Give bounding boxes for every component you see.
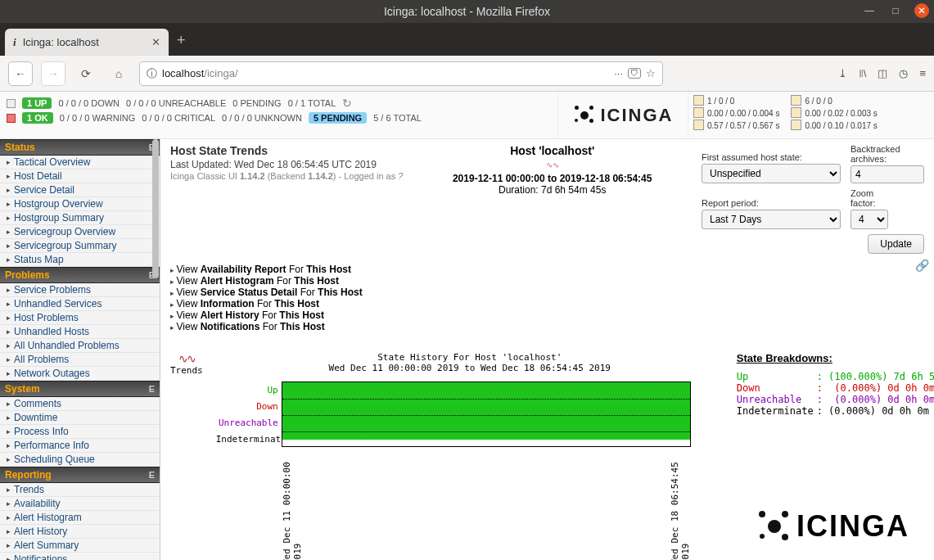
sidebar-item-all-unhandled-problems[interactable]: All Unhandled Problems bbox=[0, 339, 160, 353]
up-badge[interactable]: 1 UP bbox=[22, 97, 52, 109]
url-text: localhost/icinga/ bbox=[162, 67, 238, 79]
logo-text: ICINGA bbox=[601, 105, 674, 126]
host-heading: Host 'localhost' bbox=[403, 144, 702, 157]
sidebar-item-unhandled-services[interactable]: Unhandled Services bbox=[0, 297, 160, 311]
ok-badge[interactable]: 1 OK bbox=[22, 112, 53, 124]
icinga-app: 1 UP 0 / 0 / 0 DOWN 0 / 0 / 0 UNREACHABL… bbox=[0, 92, 934, 560]
more-icon[interactable]: ··· bbox=[614, 67, 623, 79]
sidebar-item-tactical-overview[interactable]: Tactical Overview bbox=[0, 156, 160, 169]
service-status-row: 1 OK 0 / 0 / 0 WARNING 0 / 0 / 0 CRITICA… bbox=[7, 112, 551, 124]
sidebar-item-network-outages[interactable]: Network Outages bbox=[0, 367, 160, 381]
favicon: i bbox=[13, 36, 16, 49]
tab-close-icon[interactable]: ✕ bbox=[151, 36, 160, 48]
library-icon[interactable]: ⫴\ bbox=[859, 67, 867, 80]
close-button[interactable]: ✕ bbox=[914, 3, 929, 18]
url-bar[interactable]: ⓘ localhost/icinga/ ··· ⛉ ☆ bbox=[139, 61, 663, 86]
update-button[interactable]: Update bbox=[868, 234, 924, 254]
sidebar-section-status[interactable]: StatusE bbox=[0, 139, 160, 156]
home-button[interactable]: ⌂ bbox=[106, 61, 131, 86]
view-link[interactable]: View Alert History For This Host bbox=[170, 309, 924, 321]
sidebar-item-status-map[interactable]: Status Map bbox=[0, 253, 160, 267]
back-button[interactable]: ← bbox=[8, 61, 33, 86]
sidebar-item-availability[interactable]: Availability bbox=[0, 497, 160, 511]
sidebar-scroll-thumb[interactable] bbox=[152, 139, 159, 278]
trends-glyph-label: Trends bbox=[170, 365, 203, 376]
pending-count[interactable]: 0 PENDING bbox=[232, 98, 281, 108]
forward-button[interactable]: → bbox=[41, 61, 65, 86]
time-range: 2019-12-11 00:00:00 to 2019-12-18 06:54:… bbox=[403, 173, 702, 184]
reader-icon[interactable]: ⛉ bbox=[628, 68, 641, 79]
total-hosts[interactable]: 0 / 1 TOTAL bbox=[288, 98, 336, 108]
critical-count[interactable]: 0 / 0 / 0 CRITICAL bbox=[142, 113, 215, 123]
sidebar-item-downtime[interactable]: Downtime bbox=[0, 411, 160, 425]
unknown-count[interactable]: 0 / 0 / 0 UNKNOWN bbox=[222, 113, 302, 123]
refresh-spinner-icon[interactable]: ↻ bbox=[342, 97, 352, 110]
backtrack-input[interactable] bbox=[851, 165, 924, 183]
sidebar-item-service-problems[interactable]: Service Problems bbox=[0, 283, 160, 297]
breakdown-title: State Breakdowns: bbox=[737, 352, 934, 364]
permalink-icon[interactable]: 🔗 bbox=[915, 259, 929, 272]
view-link[interactable]: View Availability Report For This Host bbox=[170, 264, 924, 275]
warning-count[interactable]: 0 / 0 / 0 WARNING bbox=[60, 113, 136, 123]
sidebar-item-hostgroup-summary[interactable]: Hostgroup Summary bbox=[0, 211, 160, 225]
trends-squiggle-icon: ∿∿ bbox=[403, 160, 702, 169]
period-select[interactable]: Last 7 Days bbox=[702, 210, 841, 229]
assumed-state-select[interactable]: Unspecified bbox=[702, 164, 841, 183]
reload-button[interactable]: ⟳ bbox=[74, 61, 98, 86]
view-link[interactable]: View Alert Histogram For This Host bbox=[170, 275, 924, 287]
bookmark-star-icon[interactable]: ☆ bbox=[646, 67, 656, 79]
minimize-button[interactable]: — bbox=[862, 3, 877, 18]
downloads-icon[interactable]: ⤓ bbox=[838, 67, 847, 79]
sidebar-item-trends[interactable]: Trends bbox=[0, 483, 160, 497]
breakdown-row: Down : (0.000%) 0d 0h 0m 0s bbox=[737, 382, 934, 394]
sidebar-item-performance-info[interactable]: Performance Info bbox=[0, 439, 160, 453]
sidebar-item-hostgroup-overview[interactable]: Hostgroup Overview bbox=[0, 197, 160, 211]
sidebar-item-host-detail[interactable]: Host Detail bbox=[0, 169, 160, 183]
sidebar-section-problems[interactable]: ProblemsE bbox=[0, 267, 160, 283]
top-logo[interactable]: ICINGA bbox=[557, 92, 688, 138]
down-count[interactable]: 0 / 0 / 0 DOWN bbox=[58, 98, 120, 108]
view-link[interactable]: View Service Status Detail For This Host bbox=[170, 287, 924, 298]
new-tab-button[interactable]: + bbox=[177, 32, 186, 49]
report-target: Host 'localhost' ∿∿ 2019-12-11 00:00:00 … bbox=[403, 144, 702, 196]
footer-logo[interactable]: ICINGA bbox=[757, 509, 909, 544]
sidebar-section-system[interactable]: SystemE bbox=[0, 381, 160, 397]
sidebar-item-scheduling-queue[interactable]: Scheduling Queue bbox=[0, 453, 160, 467]
view-link[interactable]: View Information For This Host bbox=[170, 298, 924, 309]
zoom-select[interactable]: 4 bbox=[851, 210, 888, 229]
chart-x-labels: Wed Dec 11 00:00:00 2019 Wed Dec 18 06:5… bbox=[282, 450, 691, 560]
window-controls: — □ ✕ bbox=[862, 3, 929, 18]
sidebar-item-alert-summary[interactable]: Alert Summary bbox=[0, 539, 160, 553]
sidebar-item-servicegroup-summary[interactable]: Servicegroup Summary bbox=[0, 239, 160, 253]
total-services[interactable]: 5 / 6 TOTAL bbox=[373, 113, 422, 123]
sidebar-item-notifications[interactable]: Notifications bbox=[0, 553, 160, 560]
unreach-count[interactable]: 0 / 0 / 0 UNREACHABLE bbox=[126, 98, 226, 108]
sidebar-item-process-info[interactable]: Process Info bbox=[0, 425, 160, 439]
sidebar-item-alert-histogram[interactable]: Alert Histogram bbox=[0, 511, 160, 525]
chart-subtitle: Wed Dec 11 00:00:00 2019 to Wed Dec 18 0… bbox=[216, 363, 724, 373]
browser-tab[interactable]: i Icinga: localhost ✕ bbox=[5, 29, 169, 56]
sidebar-item-comments[interactable]: Comments bbox=[0, 397, 160, 411]
account-icon[interactable]: ◷ bbox=[899, 67, 908, 79]
breakdown-row: Up : (100.000%) 7d 6h 54m 45s bbox=[737, 371, 934, 382]
sidebar-item-alert-history[interactable]: Alert History bbox=[0, 525, 160, 539]
last-updated: Last Updated: Wed Dec 18 06:54:45 UTC 20… bbox=[170, 159, 403, 170]
perf-b-0: 6 / 0 / 0 bbox=[791, 95, 877, 106]
state-history-chart: State History For Host 'localhost' Wed D… bbox=[216, 352, 724, 560]
pending-badge[interactable]: 5 PENDING bbox=[309, 112, 367, 124]
sidebar-item-unhandled-hosts[interactable]: Unhandled Hosts bbox=[0, 325, 160, 339]
maximize-button[interactable]: □ bbox=[888, 3, 903, 18]
nav-sidebar: StatusETactical OverviewHost DetailServi… bbox=[0, 139, 160, 560]
sidebar-section-reporting[interactable]: ReportingE bbox=[0, 467, 160, 483]
sidebar-item-servicegroup-overview[interactable]: Servicegroup Overview bbox=[0, 225, 160, 239]
sidebar-item-host-problems[interactable]: Host Problems bbox=[0, 311, 160, 325]
host-status-row: 1 UP 0 / 0 / 0 DOWN 0 / 0 / 0 UNREACHABL… bbox=[7, 97, 551, 110]
view-link[interactable]: View Notifications For This Host bbox=[170, 321, 924, 332]
window-title: Icinga: localhost - Mozilla Firefox bbox=[384, 5, 550, 18]
version-line: Icinga Classic UI 1.14.2 (Backend 1.14.2… bbox=[170, 171, 403, 181]
site-info-icon[interactable]: ⓘ bbox=[147, 66, 157, 81]
hamburger-menu-icon[interactable]: ≡ bbox=[919, 67, 926, 79]
sidebar-icon[interactable]: ◫ bbox=[878, 67, 887, 79]
sidebar-item-all-problems[interactable]: All Problems bbox=[0, 353, 160, 367]
sidebar-item-service-detail[interactable]: Service Detail bbox=[0, 183, 160, 197]
